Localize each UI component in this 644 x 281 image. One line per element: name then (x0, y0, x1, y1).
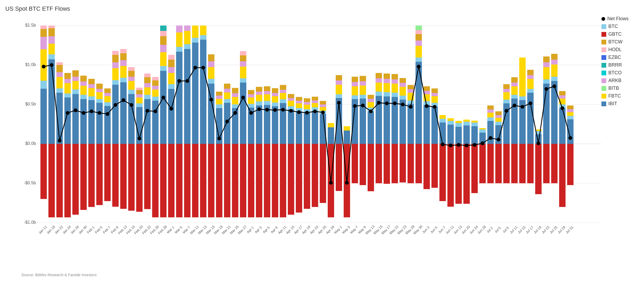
svg-rect-305 (423, 105, 430, 144)
svg-rect-308 (423, 86, 430, 91)
bar-20 (200, 26, 206, 247)
bar-9 (112, 51, 119, 207)
svg-rect-363 (511, 144, 518, 183)
svg-rect-87 (128, 71, 135, 77)
svg-rect-25 (48, 144, 55, 230)
svg-rect-194 (264, 101, 270, 105)
svg-rect-199 (272, 144, 278, 221)
svg-rect-188 (256, 101, 262, 105)
svg-text:Jun 28: Jun 28 (477, 225, 487, 235)
svg-rect-33 (56, 88, 63, 93)
bar-64 (551, 54, 558, 183)
svg-text:Apr 5: Apr 5 (262, 226, 271, 234)
svg-rect-29 (56, 72, 63, 77)
svg-rect-235 (320, 144, 326, 203)
bar-29 (272, 88, 278, 221)
svg-text:Jun 24: Jun 24 (469, 225, 479, 235)
svg-rect-205 (280, 144, 286, 218)
svg-text:Jul 25: Jul 25 (549, 225, 558, 234)
svg-rect-175 (240, 144, 246, 223)
svg-rect-82 (120, 144, 127, 209)
svg-point-449 (377, 101, 381, 105)
svg-point-441 (313, 109, 317, 113)
bar-42 (376, 73, 382, 183)
svg-rect-160 (224, 89, 230, 92)
svg-rect-18 (40, 144, 47, 199)
svg-rect-304 (416, 26, 422, 30)
svg-point-427 (201, 66, 205, 70)
bar-62 (535, 129, 542, 194)
svg-text:Jul 29: Jul 29 (557, 225, 566, 234)
svg-text:Apr 25: Apr 25 (317, 225, 327, 235)
svg-point-410 (66, 111, 69, 115)
svg-rect-328 (455, 123, 462, 127)
svg-rect-206 (280, 99, 286, 103)
svg-rect-161 (224, 84, 230, 89)
svg-point-443 (329, 181, 333, 185)
bar-56 (487, 105, 494, 183)
svg-rect-24 (48, 26, 55, 28)
svg-rect-223 (304, 144, 310, 209)
svg-rect-315 (431, 144, 438, 188)
svg-rect-210 (288, 94, 294, 98)
svg-rect-174 (240, 51, 246, 55)
bar-61 (527, 70, 534, 183)
svg-text:Jan 11: Jan 11 (38, 225, 48, 235)
svg-point-442 (321, 111, 325, 114)
svg-text:May 7: May 7 (349, 225, 359, 235)
svg-rect-381 (535, 144, 542, 194)
svg-rect-393 (551, 144, 558, 183)
svg-rect-137 (184, 44, 190, 49)
svg-rect-182 (248, 104, 254, 108)
svg-point-416 (114, 103, 117, 107)
svg-rect-151 (208, 79, 214, 84)
svg-rect-216 (296, 97, 302, 101)
svg-rect-403 (567, 109, 574, 112)
svg-rect-122 (168, 67, 174, 73)
bar-23 (224, 84, 230, 233)
svg-rect-261 (368, 111, 374, 144)
svg-rect-257 (360, 81, 366, 85)
svg-rect-104 (144, 95, 151, 99)
svg-rect-349 (495, 115, 502, 118)
svg-rect-207 (288, 109, 294, 144)
svg-rect-90 (128, 90, 135, 94)
bar-37 (336, 75, 342, 191)
svg-rect-88 (128, 67, 135, 71)
svg-rect-74 (112, 51, 119, 55)
svg-rect-228 (312, 97, 318, 100)
svg-rect-39 (64, 93, 71, 97)
svg-rect-13 (40, 89, 47, 144)
svg-rect-83 (120, 78, 127, 82)
svg-rect-302 (416, 144, 422, 183)
svg-rect-89 (128, 144, 135, 211)
svg-rect-386 (543, 56, 550, 62)
svg-rect-222 (304, 98, 310, 102)
svg-rect-299 (416, 40, 422, 46)
svg-rect-405 (567, 144, 574, 185)
svg-rect-200 (272, 103, 278, 106)
bar-28 (264, 86, 270, 222)
bar-48 (423, 86, 430, 189)
bar-21 (208, 54, 214, 223)
svg-rect-93 (136, 94, 143, 97)
svg-rect-281 (392, 79, 398, 84)
svg-rect-102 (144, 74, 151, 77)
bar-25 (240, 51, 246, 223)
svg-rect-98 (144, 99, 151, 144)
svg-rect-146 (208, 84, 214, 144)
svg-rect-186 (256, 87, 262, 92)
svg-rect-346 (487, 117, 494, 121)
svg-rect-79 (120, 60, 127, 66)
svg-rect-191 (264, 91, 270, 94)
svg-rect-229 (312, 144, 318, 207)
svg-rect-68 (104, 144, 111, 201)
bar-6 (88, 79, 95, 207)
svg-rect-253 (352, 144, 358, 183)
svg-rect-264 (368, 95, 374, 99)
svg-point-445 (345, 181, 349, 185)
svg-rect-246 (344, 131, 350, 144)
svg-text:Feb 28: Feb 28 (157, 225, 168, 235)
svg-rect-376 (527, 70, 534, 75)
svg-rect-397 (559, 95, 566, 99)
